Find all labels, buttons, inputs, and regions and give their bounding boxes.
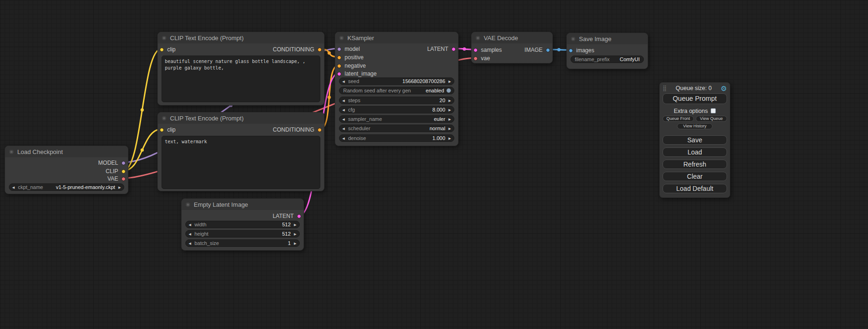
decrement-icon[interactable]: ◀ <box>12 186 14 189</box>
collapse-dot-icon[interactable] <box>162 116 166 120</box>
random-seed-toggle-widget[interactable]: Random seed after every gen enabled <box>339 87 454 94</box>
port-conditioning-output[interactable] <box>318 128 322 132</box>
port-clip-output[interactable] <box>121 169 126 174</box>
node-load-checkpoint[interactable]: Load Checkpoint MODEL CLIP VAE ◀ ckpt_na… <box>5 146 128 194</box>
extra-options-row: Extra options <box>663 107 727 114</box>
decrement-icon[interactable]: ◀ <box>189 232 191 236</box>
extra-options-checkbox[interactable] <box>711 108 716 113</box>
port-samples-input[interactable] <box>473 48 478 52</box>
queue-front-button[interactable]: Queue Front <box>663 116 694 122</box>
filename-prefix-widget[interactable]: filename_prefix ComfyUI <box>571 56 644 63</box>
collapse-dot-icon[interactable] <box>9 150 14 154</box>
increment-icon[interactable]: ▶ <box>119 186 121 189</box>
increment-icon[interactable]: ▶ <box>294 242 296 245</box>
widget-value: 8.000 <box>432 107 445 112</box>
collapse-dot-icon[interactable] <box>162 36 166 40</box>
increment-icon[interactable]: ▶ <box>449 80 451 83</box>
node-header[interactable]: Save Image <box>567 33 648 44</box>
seed-widget[interactable]: ◀ seed 156680208700286 ▶ <box>339 77 454 85</box>
slot-row: CLIP <box>5 168 128 175</box>
link-midpoint-dot <box>463 48 466 51</box>
cfg-widget[interactable]: ◀ cfg 8.000 ▶ <box>339 106 454 113</box>
widget-value: 156680208700286 <box>402 78 445 84</box>
input-label-positive: positive <box>345 54 364 61</box>
load-default-button[interactable]: Load Default <box>663 184 727 193</box>
decrement-icon[interactable]: ◀ <box>342 127 345 130</box>
port-vae-input[interactable] <box>473 56 478 61</box>
port-negative-input[interactable] <box>337 64 341 68</box>
widget-value: 512 <box>282 222 290 227</box>
port-images-input[interactable] <box>569 49 573 53</box>
port-model-output[interactable] <box>121 161 126 165</box>
view-queue-button[interactable]: View Queue <box>696 116 727 122</box>
save-button[interactable]: Save <box>663 135 727 145</box>
node-header[interactable]: CLIP Text Encode (Prompt) <box>158 32 324 43</box>
node-empty-latent-image[interactable]: Empty Latent Image LATENT ◀ width 512 ▶ … <box>181 198 304 251</box>
node-save-image[interactable]: Save Image images filename_prefix ComfyU… <box>566 33 648 69</box>
collapse-dot-icon[interactable] <box>339 36 344 40</box>
port-clip-input[interactable] <box>160 48 164 52</box>
port-conditioning-output[interactable] <box>318 48 322 52</box>
denoise-widget[interactable]: ◀ denoise 1.000 ▶ <box>339 134 454 142</box>
node-header[interactable]: VAE Decode <box>472 32 552 43</box>
node-header[interactable]: Empty Latent Image <box>182 199 303 210</box>
node-graph-canvas[interactable]: Load Checkpoint MODEL CLIP VAE ◀ ckpt_na… <box>0 0 868 329</box>
height-widget[interactable]: ◀ height 512 ▶ <box>185 230 300 238</box>
increment-icon[interactable]: ▶ <box>449 108 451 112</box>
prompt-text-input[interactable]: text, watermark <box>162 136 320 189</box>
port-latent-output[interactable] <box>297 214 301 218</box>
node-clip-text-encode-positive[interactable]: CLIP Text Encode (Prompt) clip CONDITION… <box>157 32 325 105</box>
view-history-button[interactable]: View History <box>677 123 713 129</box>
increment-icon[interactable]: ▶ <box>449 118 451 121</box>
node-header[interactable]: KSampler <box>335 32 458 43</box>
increment-icon[interactable]: ▶ <box>294 232 296 236</box>
collapse-dot-icon[interactable] <box>186 203 190 207</box>
prompt-text-input[interactable]: beautiful scenery nature glass bottle la… <box>162 56 320 102</box>
widget-label: cfg <box>348 107 355 112</box>
queue-prompt-button[interactable]: Queue Prompt <box>663 93 727 104</box>
node-header[interactable]: Load Checkpoint <box>5 146 128 157</box>
collapse-dot-icon[interactable] <box>571 37 575 41</box>
decrement-icon[interactable]: ◀ <box>342 137 345 140</box>
decrement-icon[interactable]: ◀ <box>189 242 191 245</box>
clear-button[interactable]: Clear <box>663 172 727 181</box>
toggle-dot-icon[interactable] <box>446 88 451 93</box>
link-midpoint-dot <box>328 96 331 99</box>
port-clip-input[interactable] <box>160 128 164 132</box>
sampler-name-widget[interactable]: ◀ sampler_name euler ▶ <box>339 115 454 123</box>
slot-row: LATENT <box>182 212 303 220</box>
refresh-button[interactable]: Refresh <box>663 160 727 169</box>
node-header[interactable]: CLIP Text Encode (Prompt) <box>158 112 324 124</box>
width-widget[interactable]: ◀ width 512 ▶ <box>185 221 300 228</box>
decrement-icon[interactable]: ◀ <box>342 99 345 102</box>
queue-size-label: Queue size: 0 <box>667 85 721 91</box>
drag-handle-icon[interactable]: ⣿ <box>663 85 667 91</box>
port-latent-output[interactable] <box>452 47 456 51</box>
node-vae-decode[interactable]: VAE Decode samples IMAGE vae <box>471 32 553 63</box>
decrement-icon[interactable]: ◀ <box>342 108 345 112</box>
port-image-output[interactable] <box>546 48 550 52</box>
decrement-icon[interactable]: ◀ <box>342 80 345 83</box>
widget-label: width <box>194 222 206 227</box>
port-positive-input[interactable] <box>337 56 341 60</box>
increment-icon[interactable]: ▶ <box>449 99 451 102</box>
gear-icon[interactable]: ⚙ <box>721 85 727 92</box>
decrement-icon[interactable]: ◀ <box>189 223 191 226</box>
link-midpoint-dot <box>141 148 144 152</box>
node-clip-text-encode-negative[interactable]: CLIP Text Encode (Prompt) clip CONDITION… <box>157 112 325 191</box>
increment-icon[interactable]: ▶ <box>294 223 296 226</box>
port-vae-output[interactable] <box>121 177 126 181</box>
load-button[interactable]: Load <box>663 147 727 157</box>
port-latent-image-input[interactable] <box>337 72 341 76</box>
increment-icon[interactable]: ▶ <box>449 137 451 140</box>
node-ksampler[interactable]: KSampler model LATENT positive negative … <box>335 32 459 146</box>
steps-widget[interactable]: ◀ steps 20 ▶ <box>339 97 454 104</box>
queue-panel[interactable]: ⣿ Queue size: 0 ⚙ Queue Prompt Extra opt… <box>659 82 730 198</box>
scheduler-widget[interactable]: ◀ scheduler normal ▶ <box>339 125 454 132</box>
port-model-input[interactable] <box>337 47 341 51</box>
ckpt-name-widget[interactable]: ◀ ckpt_name v1-5-pruned-emaonly.ckpt ▶ <box>9 183 124 191</box>
batch-size-widget[interactable]: ◀ batch_size 1 ▶ <box>185 239 300 247</box>
collapse-dot-icon[interactable] <box>476 36 480 40</box>
increment-icon[interactable]: ▶ <box>449 127 451 130</box>
decrement-icon[interactable]: ◀ <box>342 118 345 121</box>
